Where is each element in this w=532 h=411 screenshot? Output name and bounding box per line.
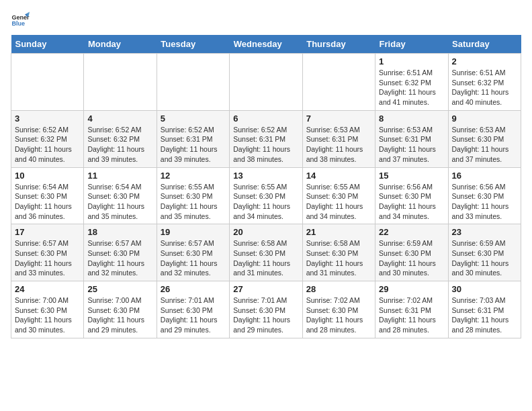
calendar-week-row: 17Sunrise: 6:57 AM Sunset: 6:30 PM Dayli… <box>11 224 521 281</box>
weekday-header: Friday <box>375 35 448 54</box>
day-number: 16 <box>452 171 517 181</box>
calendar-day-cell: 5Sunrise: 6:52 AM Sunset: 6:31 PM Daylig… <box>157 110 229 167</box>
weekday-header: Tuesday <box>157 35 229 54</box>
day-info: Sunrise: 6:54 AM Sunset: 6:30 PM Dayligh… <box>15 182 80 222</box>
day-number: 4 <box>87 113 152 124</box>
calendar-day-cell: 30Sunrise: 7:03 AM Sunset: 6:31 PM Dayli… <box>448 281 521 338</box>
calendar-day-cell: 3Sunrise: 6:52 AM Sunset: 6:32 PM Daylig… <box>11 110 84 167</box>
day-number: 11 <box>87 171 152 181</box>
day-info: Sunrise: 7:02 AM Sunset: 6:30 PM Dayligh… <box>306 295 371 335</box>
calendar-day-cell: 14Sunrise: 6:55 AM Sunset: 6:30 PM Dayli… <box>302 167 375 224</box>
calendar-day-cell: 27Sunrise: 7:01 AM Sunset: 6:30 PM Dayli… <box>230 281 302 338</box>
day-number: 19 <box>161 227 226 237</box>
day-info: Sunrise: 7:01 AM Sunset: 6:30 PM Dayligh… <box>233 295 298 335</box>
day-info: Sunrise: 7:02 AM Sunset: 6:31 PM Dayligh… <box>379 295 444 335</box>
weekday-header: Wednesday <box>230 35 302 54</box>
day-number: 30 <box>452 284 517 294</box>
calendar-day-cell: 22Sunrise: 6:59 AM Sunset: 6:30 PM Dayli… <box>375 224 448 281</box>
calendar-day-cell <box>230 54 302 111</box>
calendar-day-cell: 20Sunrise: 6:58 AM Sunset: 6:30 PM Dayli… <box>230 224 302 281</box>
day-number: 25 <box>87 284 152 294</box>
day-info: Sunrise: 6:56 AM Sunset: 6:30 PM Dayligh… <box>452 182 517 222</box>
calendar-day-cell: 13Sunrise: 6:55 AM Sunset: 6:30 PM Dayli… <box>230 167 302 224</box>
day-info: Sunrise: 6:53 AM Sunset: 6:31 PM Dayligh… <box>379 125 444 165</box>
calendar-day-cell: 21Sunrise: 6:58 AM Sunset: 6:30 PM Dayli… <box>302 224 375 281</box>
calendar-table: SundayMondayTuesdayWednesdayThursdayFrid… <box>11 35 521 338</box>
day-number: 14 <box>306 171 371 181</box>
day-number: 27 <box>233 284 298 294</box>
day-number: 17 <box>15 227 80 237</box>
calendar-day-cell: 16Sunrise: 6:56 AM Sunset: 6:30 PM Dayli… <box>448 167 521 224</box>
calendar-day-cell: 26Sunrise: 7:01 AM Sunset: 6:30 PM Dayli… <box>157 281 229 338</box>
calendar-day-cell: 24Sunrise: 7:00 AM Sunset: 6:30 PM Dayli… <box>11 281 84 338</box>
day-info: Sunrise: 6:52 AM Sunset: 6:32 PM Dayligh… <box>15 125 80 165</box>
calendar-day-cell <box>157 54 229 111</box>
day-number: 12 <box>161 171 226 181</box>
calendar-day-cell: 7Sunrise: 6:53 AM Sunset: 6:31 PM Daylig… <box>302 110 375 167</box>
calendar-day-cell: 25Sunrise: 7:00 AM Sunset: 6:30 PM Dayli… <box>84 281 157 338</box>
day-number: 3 <box>15 113 80 124</box>
header: General Blue <box>11 11 521 30</box>
calendar-day-cell: 10Sunrise: 6:54 AM Sunset: 6:30 PM Dayli… <box>11 167 84 224</box>
calendar-day-cell: 17Sunrise: 6:57 AM Sunset: 6:30 PM Dayli… <box>11 224 84 281</box>
calendar-day-cell: 29Sunrise: 7:02 AM Sunset: 6:31 PM Dayli… <box>375 281 448 338</box>
calendar-day-cell <box>84 54 157 111</box>
day-info: Sunrise: 6:53 AM Sunset: 6:30 PM Dayligh… <box>452 125 517 165</box>
day-number: 13 <box>233 171 298 181</box>
day-info: Sunrise: 6:58 AM Sunset: 6:30 PM Dayligh… <box>233 238 298 278</box>
calendar-day-cell <box>302 54 375 111</box>
day-number: 24 <box>15 284 80 294</box>
weekday-header: Saturday <box>448 35 521 54</box>
day-number: 28 <box>306 284 371 294</box>
day-number: 29 <box>379 284 444 294</box>
calendar-day-cell: 19Sunrise: 6:57 AM Sunset: 6:30 PM Dayli… <box>157 224 229 281</box>
logo-icon: General Blue <box>11 11 30 30</box>
day-info: Sunrise: 6:55 AM Sunset: 6:30 PM Dayligh… <box>306 182 371 222</box>
day-number: 23 <box>452 227 517 237</box>
day-info: Sunrise: 6:53 AM Sunset: 6:31 PM Dayligh… <box>306 125 371 165</box>
calendar-day-cell: 11Sunrise: 6:54 AM Sunset: 6:30 PM Dayli… <box>84 167 157 224</box>
day-info: Sunrise: 6:56 AM Sunset: 6:30 PM Dayligh… <box>379 182 444 222</box>
calendar-day-cell: 12Sunrise: 6:55 AM Sunset: 6:30 PM Dayli… <box>157 167 229 224</box>
calendar-week-row: 24Sunrise: 7:00 AM Sunset: 6:30 PM Dayli… <box>11 281 521 338</box>
calendar-day-cell <box>11 54 84 111</box>
day-info: Sunrise: 6:57 AM Sunset: 6:30 PM Dayligh… <box>87 238 152 278</box>
day-info: Sunrise: 6:57 AM Sunset: 6:30 PM Dayligh… <box>161 238 226 278</box>
logo: General Blue <box>11 11 32 30</box>
calendar-body: 1Sunrise: 6:51 AM Sunset: 6:32 PM Daylig… <box>11 54 521 338</box>
day-number: 10 <box>15 171 80 181</box>
day-info: Sunrise: 7:00 AM Sunset: 6:30 PM Dayligh… <box>87 295 152 335</box>
calendar-header-row: SundayMondayTuesdayWednesdayThursdayFrid… <box>11 35 521 54</box>
calendar-day-cell: 28Sunrise: 7:02 AM Sunset: 6:30 PM Dayli… <box>302 281 375 338</box>
day-info: Sunrise: 6:51 AM Sunset: 6:32 PM Dayligh… <box>379 68 444 107</box>
calendar-day-cell: 1Sunrise: 6:51 AM Sunset: 6:32 PM Daylig… <box>375 54 448 111</box>
day-info: Sunrise: 6:58 AM Sunset: 6:30 PM Dayligh… <box>306 238 371 278</box>
day-info: Sunrise: 7:03 AM Sunset: 6:31 PM Dayligh… <box>452 295 517 335</box>
day-number: 21 <box>306 227 371 237</box>
weekday-header: Sunday <box>11 35 84 54</box>
weekday-header: Monday <box>84 35 157 54</box>
day-info: Sunrise: 6:52 AM Sunset: 6:31 PM Dayligh… <box>161 125 226 165</box>
day-number: 18 <box>87 227 152 237</box>
day-number: 2 <box>452 56 517 66</box>
day-number: 7 <box>306 113 371 124</box>
day-info: Sunrise: 6:52 AM Sunset: 6:32 PM Dayligh… <box>87 125 152 165</box>
calendar-day-cell: 4Sunrise: 6:52 AM Sunset: 6:32 PM Daylig… <box>84 110 157 167</box>
day-info: Sunrise: 6:57 AM Sunset: 6:30 PM Dayligh… <box>15 238 80 278</box>
day-number: 9 <box>452 113 517 124</box>
calendar-day-cell: 18Sunrise: 6:57 AM Sunset: 6:30 PM Dayli… <box>84 224 157 281</box>
day-number: 5 <box>161 113 226 124</box>
day-info: Sunrise: 6:59 AM Sunset: 6:30 PM Dayligh… <box>452 238 517 278</box>
day-number: 1 <box>379 56 444 66</box>
day-number: 22 <box>379 227 444 237</box>
calendar-day-cell: 6Sunrise: 6:52 AM Sunset: 6:31 PM Daylig… <box>230 110 302 167</box>
calendar-week-row: 10Sunrise: 6:54 AM Sunset: 6:30 PM Dayli… <box>11 167 521 224</box>
day-info: Sunrise: 6:52 AM Sunset: 6:31 PM Dayligh… <box>233 125 298 165</box>
calendar-day-cell: 8Sunrise: 6:53 AM Sunset: 6:31 PM Daylig… <box>375 110 448 167</box>
day-number: 15 <box>379 171 444 181</box>
calendar-week-row: 3Sunrise: 6:52 AM Sunset: 6:32 PM Daylig… <box>11 110 521 167</box>
calendar-day-cell: 23Sunrise: 6:59 AM Sunset: 6:30 PM Dayli… <box>448 224 521 281</box>
calendar-day-cell: 9Sunrise: 6:53 AM Sunset: 6:30 PM Daylig… <box>448 110 521 167</box>
day-number: 8 <box>379 113 444 124</box>
day-info: Sunrise: 7:00 AM Sunset: 6:30 PM Dayligh… <box>15 295 80 335</box>
